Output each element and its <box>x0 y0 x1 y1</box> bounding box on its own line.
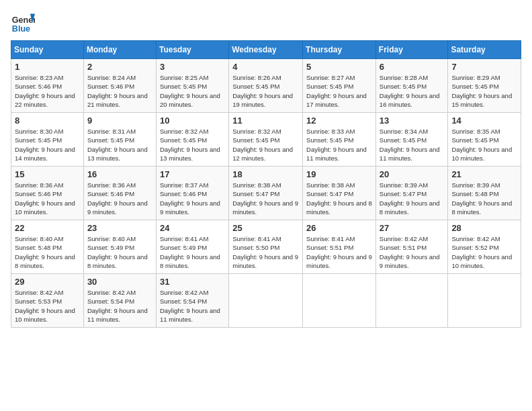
day-detail: Sunrise: 8:26 AMSunset: 5:45 PMDaylight:… <box>232 73 299 109</box>
calendar-cell: 1 Sunrise: 8:23 AMSunset: 5:46 PMDayligh… <box>11 59 84 113</box>
day-number: 22 <box>15 223 80 233</box>
calendar-cell: 18 Sunrise: 8:38 AMSunset: 5:47 PMDaylig… <box>229 167 303 220</box>
day-detail: Sunrise: 8:41 AMSunset: 5:51 PMDaylight:… <box>306 234 372 270</box>
col-thursday: Thursday <box>303 41 376 59</box>
calendar-week-1: 1 Sunrise: 8:23 AMSunset: 5:46 PMDayligh… <box>11 59 521 113</box>
calendar-cell: 28 Sunrise: 8:42 AMSunset: 5:52 PMDaylig… <box>448 220 521 274</box>
calendar-cell: 24 Sunrise: 8:41 AMSunset: 5:49 PMDaylig… <box>156 220 228 274</box>
day-detail: Sunrise: 8:35 AMSunset: 5:45 PMDaylight:… <box>451 127 517 163</box>
calendar-cell: 13 Sunrise: 8:34 AMSunset: 5:45 PMDaylig… <box>375 113 448 167</box>
calendar-cell: 19 Sunrise: 8:38 AMSunset: 5:47 PMDaylig… <box>303 167 376 220</box>
logo-icon: General Blue <box>11 11 35 35</box>
day-number: 29 <box>15 277 80 287</box>
logo: General Blue <box>11 11 38 35</box>
day-detail: Sunrise: 8:42 AMSunset: 5:54 PMDaylight:… <box>160 288 225 324</box>
calendar-cell: 26 Sunrise: 8:41 AMSunset: 5:51 PMDaylig… <box>303 220 376 274</box>
day-detail: Sunrise: 8:39 AMSunset: 5:48 PMDaylight:… <box>451 181 517 216</box>
day-detail: Sunrise: 8:32 AMSunset: 5:45 PMDaylight:… <box>160 127 225 163</box>
day-number: 14 <box>451 116 517 126</box>
day-number: 13 <box>380 116 445 126</box>
calendar-cell: 22 Sunrise: 8:40 AMSunset: 5:48 PMDaylig… <box>11 220 84 274</box>
day-number: 7 <box>451 62 517 72</box>
calendar-cell: 25 Sunrise: 8:41 AMSunset: 5:50 PMDaylig… <box>229 220 303 274</box>
day-number: 15 <box>15 169 80 179</box>
day-detail: Sunrise: 8:42 AMSunset: 5:52 PMDaylight:… <box>451 234 517 270</box>
col-friday: Friday <box>375 41 448 59</box>
col-wednesday: Wednesday <box>229 41 303 59</box>
calendar-cell: 21 Sunrise: 8:39 AMSunset: 5:48 PMDaylig… <box>448 167 521 220</box>
day-detail: Sunrise: 8:41 AMSunset: 5:50 PMDaylight:… <box>232 234 299 270</box>
calendar-cell: 10 Sunrise: 8:32 AMSunset: 5:45 PMDaylig… <box>156 113 228 167</box>
day-detail: Sunrise: 8:31 AMSunset: 5:45 PMDaylight:… <box>87 127 152 163</box>
calendar-cell: 27 Sunrise: 8:42 AMSunset: 5:51 PMDaylig… <box>375 220 448 274</box>
day-detail: Sunrise: 8:24 AMSunset: 5:46 PMDaylight:… <box>87 73 152 109</box>
calendar-cell: 30 Sunrise: 8:42 AMSunset: 5:54 PMDaylig… <box>83 274 156 328</box>
day-number: 26 <box>306 223 372 233</box>
day-detail: Sunrise: 8:42 AMSunset: 5:53 PMDaylight:… <box>15 288 80 324</box>
calendar-cell: 3 Sunrise: 8:25 AMSunset: 5:45 PMDayligh… <box>156 59 228 113</box>
day-detail: Sunrise: 8:42 AMSunset: 5:54 PMDaylight:… <box>87 288 152 324</box>
day-detail: Sunrise: 8:40 AMSunset: 5:49 PMDaylight:… <box>87 234 152 270</box>
calendar-cell: 15 Sunrise: 8:36 AMSunset: 5:46 PMDaylig… <box>11 167 84 220</box>
day-number: 31 <box>160 277 225 287</box>
day-number: 17 <box>160 169 225 179</box>
calendar-cell: 29 Sunrise: 8:42 AMSunset: 5:53 PMDaylig… <box>11 274 84 328</box>
day-number: 19 <box>306 169 372 179</box>
day-detail: Sunrise: 8:38 AMSunset: 5:47 PMDaylight:… <box>232 181 299 216</box>
day-number: 11 <box>232 116 299 126</box>
day-detail: Sunrise: 8:38 AMSunset: 5:47 PMDaylight:… <box>306 181 372 216</box>
day-detail: Sunrise: 8:37 AMSunset: 5:46 PMDaylight:… <box>160 181 225 216</box>
calendar-cell: 12 Sunrise: 8:33 AMSunset: 5:45 PMDaylig… <box>303 113 376 167</box>
day-number: 12 <box>306 116 372 126</box>
day-detail: Sunrise: 8:42 AMSunset: 5:51 PMDaylight:… <box>380 234 445 270</box>
calendar-cell: 31 Sunrise: 8:42 AMSunset: 5:54 PMDaylig… <box>156 274 228 328</box>
calendar-cell <box>448 274 521 328</box>
day-number: 18 <box>232 169 299 179</box>
day-detail: Sunrise: 8:28 AMSunset: 5:45 PMDaylight:… <box>380 73 445 109</box>
calendar-header-row: Sunday Monday Tuesday Wednesday Thursday… <box>11 41 521 59</box>
day-detail: Sunrise: 8:27 AMSunset: 5:45 PMDaylight:… <box>306 73 372 109</box>
svg-text:Blue: Blue <box>12 24 30 34</box>
day-number: 23 <box>87 223 152 233</box>
calendar-cell <box>229 274 303 328</box>
day-detail: Sunrise: 8:39 AMSunset: 5:47 PMDaylight:… <box>380 181 445 216</box>
day-number: 20 <box>380 169 445 179</box>
calendar-cell: 17 Sunrise: 8:37 AMSunset: 5:46 PMDaylig… <box>156 167 228 220</box>
day-detail: Sunrise: 8:36 AMSunset: 5:46 PMDaylight:… <box>87 181 152 216</box>
calendar-cell: 9 Sunrise: 8:31 AMSunset: 5:45 PMDayligh… <box>83 113 156 167</box>
calendar-week-4: 22 Sunrise: 8:40 AMSunset: 5:48 PMDaylig… <box>11 220 521 274</box>
day-number: 4 <box>232 62 299 72</box>
day-number: 27 <box>380 223 445 233</box>
day-detail: Sunrise: 8:30 AMSunset: 5:45 PMDaylight:… <box>15 127 80 163</box>
col-tuesday: Tuesday <box>156 41 228 59</box>
day-detail: Sunrise: 8:34 AMSunset: 5:45 PMDaylight:… <box>380 127 445 163</box>
day-number: 5 <box>306 62 372 72</box>
day-number: 28 <box>451 223 517 233</box>
page-header: General Blue <box>11 11 521 35</box>
calendar-week-2: 8 Sunrise: 8:30 AMSunset: 5:45 PMDayligh… <box>11 113 521 167</box>
day-number: 21 <box>451 169 517 179</box>
day-detail: Sunrise: 8:33 AMSunset: 5:45 PMDaylight:… <box>306 127 372 163</box>
day-number: 25 <box>232 223 299 233</box>
day-detail: Sunrise: 8:25 AMSunset: 5:45 PMDaylight:… <box>160 73 225 109</box>
col-monday: Monday <box>83 41 156 59</box>
calendar-cell: 6 Sunrise: 8:28 AMSunset: 5:45 PMDayligh… <box>375 59 448 113</box>
calendar-cell: 16 Sunrise: 8:36 AMSunset: 5:46 PMDaylig… <box>83 167 156 220</box>
calendar-cell: 20 Sunrise: 8:39 AMSunset: 5:47 PMDaylig… <box>375 167 448 220</box>
calendar-table: Sunday Monday Tuesday Wednesday Thursday… <box>11 40 521 328</box>
day-detail: Sunrise: 8:40 AMSunset: 5:48 PMDaylight:… <box>15 234 80 270</box>
calendar-cell: 23 Sunrise: 8:40 AMSunset: 5:49 PMDaylig… <box>83 220 156 274</box>
day-detail: Sunrise: 8:41 AMSunset: 5:49 PMDaylight:… <box>160 234 225 270</box>
calendar-cell: 4 Sunrise: 8:26 AMSunset: 5:45 PMDayligh… <box>229 59 303 113</box>
col-sunday: Sunday <box>11 41 84 59</box>
calendar-week-5: 29 Sunrise: 8:42 AMSunset: 5:53 PMDaylig… <box>11 274 521 328</box>
day-number: 3 <box>160 62 225 72</box>
day-number: 24 <box>160 223 225 233</box>
day-detail: Sunrise: 8:36 AMSunset: 5:46 PMDaylight:… <box>15 181 80 216</box>
day-number: 1 <box>15 62 80 72</box>
calendar-cell: 11 Sunrise: 8:32 AMSunset: 5:45 PMDaylig… <box>229 113 303 167</box>
calendar-cell: 8 Sunrise: 8:30 AMSunset: 5:45 PMDayligh… <box>11 113 84 167</box>
day-number: 2 <box>87 62 152 72</box>
col-saturday: Saturday <box>448 41 521 59</box>
day-number: 9 <box>87 116 152 126</box>
